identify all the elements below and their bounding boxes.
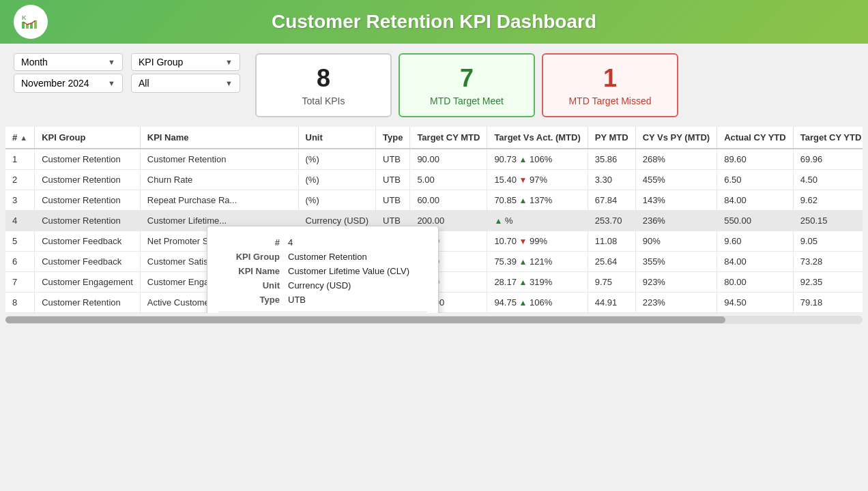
cell-kpi-group: Customer Feedback (35, 231, 141, 252)
scrollbar-thumb[interactable] (5, 316, 725, 323)
cell-target-vs-act: ▲ % (487, 211, 588, 231)
cell-kpi-group: Customer Retention (35, 190, 141, 211)
cell-cy-vs-py: 268% (635, 149, 717, 170)
trend-down-icon: ▼ (519, 237, 527, 246)
cell-target-cy-ytd: 69.96 (793, 149, 863, 170)
cell-target-vs-act: 90.73 ▲ 106% (487, 149, 588, 170)
month-value-chevron: ▼ (108, 79, 115, 87)
col-kpi-name[interactable]: KPI Name (140, 127, 298, 149)
cell-target-cy-ytd: 92.35 (793, 272, 863, 293)
trend-up-icon: ▲ (494, 216, 502, 226)
cell-target-cy-ytd: 4.50 (793, 170, 863, 190)
kpi-group-dropdown-group: KPI Group ▼ All ▼ (131, 53, 240, 93)
cell-cy-vs-py: 143% (635, 190, 717, 211)
trend-up-icon: ▲ (519, 155, 527, 164)
cell-num: 2 (5, 170, 35, 190)
popup-type-label: Type (218, 295, 280, 305)
col-target-vs-act[interactable]: Target Vs Act. (MTD) (487, 127, 588, 149)
cell-num: 4 (5, 211, 35, 231)
kpi-total-number: 8 (270, 64, 377, 93)
col-cy-vs-py[interactable]: CY Vs PY (MTD) (635, 127, 717, 149)
cell-kpi-name: Repeat Purchase Ra... (140, 190, 298, 211)
cell-actual-cy-ytd: 80.00 (717, 272, 794, 293)
cell-target-vs-act: 15.40 ▼ 97% (487, 170, 588, 190)
kpi-group-value-chevron: ▼ (225, 79, 233, 87)
col-unit[interactable]: Unit (298, 127, 375, 149)
col-type[interactable]: Type (376, 127, 410, 149)
col-target-cy-ytd[interactable]: Target CY YTD (793, 127, 863, 149)
popup-unit-value: Currency (USD) (288, 280, 351, 291)
controls-row: Month ▼ November 2024 ▼ KPI Group ▼ All … (0, 44, 868, 127)
trend-up-icon: ▲ (519, 298, 527, 308)
cell-py-mtd: 9.75 (588, 272, 635, 293)
cell-cy-vs-py: 355% (635, 252, 717, 272)
month-label-dropdown[interactable]: Month ▼ (14, 53, 123, 71)
trend-up-icon: ▲ (519, 257, 527, 267)
cell-cy-vs-py: 455% (635, 170, 717, 190)
kpi-missed-number: 1 (557, 64, 663, 93)
popup-kpi-group-label: KPI Group (218, 252, 280, 262)
kpi-table-container: #▲ KPI Group KPI Name Unit Type Target C… (5, 127, 863, 313)
cell-actual-cy-ytd: 89.60 (717, 149, 794, 170)
cell-target-vs-act: 94.75 ▲ 106% (487, 293, 588, 313)
table-row[interactable]: 3 Customer Retention Repeat Purchase Ra.… (5, 190, 863, 211)
cell-target-cy-ytd: 250.15 (793, 211, 863, 231)
cell-py-mtd: 3.30 (588, 170, 635, 190)
table-row[interactable]: 1 Customer Retention Customer Retention … (5, 149, 863, 170)
kpi-group-label-dropdown[interactable]: KPI Group ▼ (131, 53, 240, 71)
header: K Customer Retention KPI Dashboard (0, 0, 868, 44)
kpi-group-value-dropdown[interactable]: All ▼ (131, 74, 240, 93)
cell-unit: (%) (298, 190, 375, 211)
col-py-mtd[interactable]: PY MTD (588, 127, 635, 149)
cell-target-vs-act: 28.17 ▲ 319% (487, 272, 588, 293)
cell-type: UTB (376, 170, 410, 190)
cell-type: UTB (376, 149, 410, 170)
cell-target-vs-act: 10.70 ▼ 99% (487, 231, 588, 252)
trend-up-icon: ▲ (519, 196, 527, 205)
logo: K (14, 5, 48, 39)
horizontal-scrollbar[interactable] (5, 316, 863, 324)
popup-kpi-group-row: KPI Group Customer Retention (218, 252, 427, 262)
cell-actual-cy-ytd: 9.60 (717, 231, 794, 252)
col-target-cy-mtd[interactable]: Target CY MTD (410, 127, 487, 149)
cell-unit: (%) (298, 149, 375, 170)
page-title: Customer Retention KPI Dashboard (272, 11, 596, 33)
cell-unit: (%) (298, 170, 375, 190)
col-actual-cy-ytd[interactable]: Actual CY YTD (717, 127, 794, 149)
kpi-missed-label: MTD Target Missed (557, 95, 663, 106)
cell-kpi-group: Customer Engagement (35, 272, 141, 293)
popup-unit-row: Unit Currency (USD) (218, 280, 427, 291)
table-row[interactable]: 2 Customer Retention Churn Rate (%) UTB … (5, 170, 863, 190)
cell-actual-cy-ytd: 6.50 (717, 170, 794, 190)
cell-target-vs-act: 70.85 ▲ 137% (487, 190, 588, 211)
month-label-chevron: ▼ (108, 58, 115, 66)
cell-target-cy-ytd: 73.28 (793, 252, 863, 272)
svg-text:K: K (22, 14, 27, 21)
cell-cy-vs-py: 923% (635, 272, 717, 293)
cell-num: 6 (5, 252, 35, 272)
col-num[interactable]: #▲ (5, 127, 35, 149)
kpi-cards: 8 Total KPIs 7 MTD Target Meet 1 MTD Tar… (248, 53, 854, 117)
cell-type: UTB (376, 190, 410, 211)
month-dropdown-group: Month ▼ November 2024 ▼ (14, 53, 123, 93)
cell-target-cy-ytd: 9.62 (793, 190, 863, 211)
cell-target-vs-act: 75.39 ▲ 121% (487, 252, 588, 272)
kpi-card-missed: 1 MTD Target Missed (542, 53, 678, 117)
popup-num-value: 4 (288, 237, 293, 248)
kpi-meet-number: 7 (414, 64, 520, 93)
popup-type-row: Type UTB (218, 295, 427, 305)
svg-rect-3 (26, 25, 29, 29)
cell-actual-cy-ytd: 94.50 (717, 293, 794, 313)
cell-target-cy-mtd: 60.00 (410, 190, 487, 211)
cell-num: 3 (5, 190, 35, 211)
month-value-dropdown[interactable]: November 2024 ▼ (14, 74, 123, 93)
cell-cy-vs-py: 90% (635, 231, 717, 252)
kpi-group-value-text: All (139, 78, 149, 89)
cell-actual-cy-ytd: 550.00 (717, 211, 794, 231)
cell-kpi-group: Customer Retention (35, 149, 141, 170)
cell-py-mtd: 35.86 (588, 149, 635, 170)
cell-kpi-group: Customer Retention (35, 170, 141, 190)
cell-actual-cy-ytd: 84.00 (717, 190, 794, 211)
col-kpi-group[interactable]: KPI Group (35, 127, 141, 149)
popup-kpi-name-row: KPI Name Customer Lifetime Value (CLV) (218, 266, 427, 276)
